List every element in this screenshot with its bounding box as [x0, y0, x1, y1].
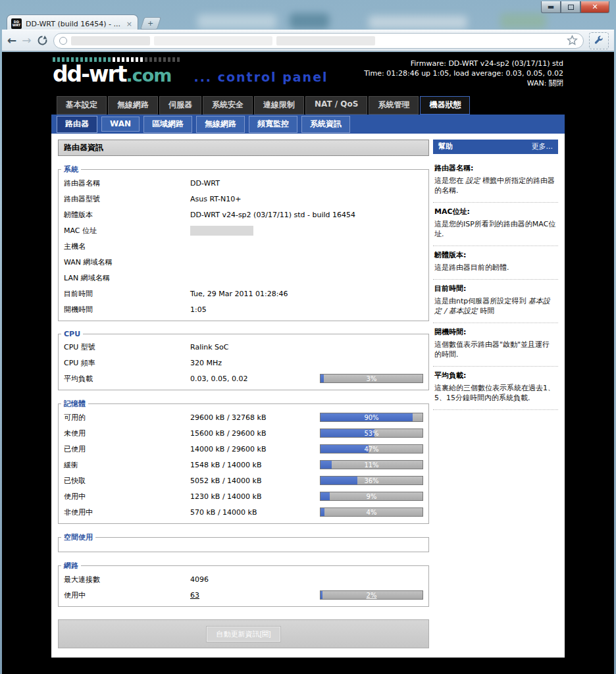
main-tab-NAT / QoS[interactable]: NAT / QoS	[305, 96, 367, 115]
content-area: 路由器資訊 系統路由器名稱DD-WRT路由器型號Asus RT-N10+韌體版本…	[51, 134, 565, 658]
help-item: 韌體版本:這是路由器目前的韌體.	[433, 246, 558, 280]
row-value: 0.03, 0.05, 0.02	[190, 375, 320, 383]
row-value: DD-WRT v24-sp2 (03/17/11) std - build 16…	[190, 211, 423, 219]
section-系統: 系統路由器名稱DD-WRT路由器型號Asus RT-N10+韌體版本DD-WRT…	[58, 165, 429, 321]
row-label: LAN 網域名稱	[64, 273, 190, 283]
menu-button[interactable]	[589, 32, 609, 49]
help-item: 平均負載:這裏給的三個數位表示系統在過去1、5、15分鐘時間內的系統負載.	[433, 367, 558, 410]
info-row: 非使用中570 kB / 14000 kB4%	[64, 504, 423, 520]
info-row: 可用的29600 kB / 32768 kB90%	[64, 409, 423, 425]
section-記憶體: 記憶體可用的29600 kB / 32768 kB90%未使用15600 kB …	[58, 399, 429, 524]
progress-label: 53%	[321, 429, 423, 437]
info-row: CPU 型號Ralink SoC	[64, 339, 423, 355]
ddwrt-site: dd-wrt .com ... control panel Firmware: …	[51, 56, 565, 658]
info-row: CPU 頻率320 MHz	[64, 355, 423, 371]
url-bar[interactable]	[53, 33, 584, 49]
row-value: 29600 kB / 32768 kB	[190, 413, 320, 422]
row-value: Asus RT-N10+	[190, 195, 423, 203]
progress-label: 90%	[321, 413, 423, 421]
main-tab-無線網路[interactable]: 無線網路	[108, 96, 158, 115]
main-tab-連線限制[interactable]: 連線限制	[254, 96, 304, 115]
info-row: 開機時間1:05	[64, 301, 423, 317]
progress-bar: 3%	[320, 374, 423, 383]
wan-status-line: WAN: 關閉	[364, 78, 563, 88]
section-legend: CPU	[61, 330, 83, 338]
reload-icon[interactable]	[37, 35, 48, 46]
globe-icon	[59, 37, 67, 45]
row-label: 使用中	[64, 492, 190, 502]
browser-tabstrip: DD WRT DD-WRT (build 16454) - ... × +	[0, 3, 616, 30]
tab-close-icon[interactable]: ×	[125, 20, 134, 28]
progress-label: 11%	[321, 461, 423, 469]
help-more-link[interactable]: 更多...	[532, 142, 553, 151]
help-heading: 韌體版本:	[434, 250, 557, 260]
main-tab-系統安全[interactable]: 系統安全	[203, 96, 253, 115]
row-label: 已快取	[64, 476, 190, 486]
main-tab-系統管理[interactable]: 系統管理	[369, 96, 419, 115]
progress-label: 4%	[321, 508, 423, 516]
main-tab-伺服器[interactable]: 伺服器	[159, 96, 201, 115]
forward-button[interactable]: →	[22, 35, 31, 46]
progress-bar: 90%	[320, 413, 423, 422]
help-heading: 目前時間:	[434, 284, 557, 294]
info-row: 目前時間Tue, 29 Mar 2011 01:28:46	[64, 286, 423, 301]
help-text-part: 這是路由器目前的韌體.	[434, 263, 509, 272]
sub-tab-系統資訊[interactable]: 系統資訊	[301, 116, 350, 133]
row-value: 14000 kB / 29600 kB	[190, 445, 320, 454]
info-row: MAC 位址	[64, 222, 423, 238]
browser-window-frame: ▬ ✕ DD WRT DD-WRT (build 16454) - ... × …	[0, 0, 616, 674]
progress-label: 36%	[321, 477, 423, 484]
logo-square	[172, 57, 175, 62]
main-column: 路由器資訊 系統路由器名稱DD-WRT路由器型號Asus RT-N10+韌體版本…	[58, 140, 429, 648]
row-value: Tue, 29 Mar 2011 01:28:46	[190, 290, 423, 298]
help-text-part: 這是您在	[434, 176, 466, 185]
help-heading: MAC位址:	[434, 207, 557, 217]
sub-tab-WAN[interactable]: WAN	[101, 117, 140, 132]
redacted-url-segment	[71, 36, 150, 45]
row-label: MAC 位址	[64, 226, 190, 236]
logo-square	[159, 57, 161, 62]
row-value: DD-WRT	[190, 179, 423, 188]
sub-tab-無線網路[interactable]: 無線網路	[196, 116, 245, 133]
row-label: 可用的	[64, 413, 190, 423]
info-row: 已使用14000 kB / 29600 kB47%	[64, 441, 423, 457]
section-legend: 系統	[61, 165, 81, 174]
sub-tab-頻寬監控[interactable]: 頻寬監控	[249, 116, 297, 133]
help-text: 這是您的ISP所看到的路由器的MAC位址.	[434, 219, 557, 239]
progress-bar: 47%	[320, 444, 423, 454]
logo-square	[136, 57, 138, 62]
site-header: dd-wrt .com ... control panel Firmware: …	[51, 56, 565, 92]
progress-label: 2%	[321, 591, 423, 599]
help-text: 這裏給的三個數位表示系統在過去1、5、15分鐘時間內的系統負載.	[434, 383, 557, 403]
logo-suffix: .com	[126, 65, 171, 86]
progress-bar: 11%	[320, 460, 423, 469]
main-tab-機器狀態[interactable]: 機器狀態	[420, 96, 470, 115]
progress-bar: 36%	[320, 476, 423, 485]
info-row: 路由器名稱DD-WRT	[64, 175, 423, 191]
row-value: 5052 kB / 14000 kB	[190, 477, 320, 485]
help-item: 開機時間:這個數值表示路由器"啟動"並且運行的時間.	[433, 323, 558, 367]
row-label: 韌體版本	[64, 210, 190, 220]
logo-tagline: ... control panel	[193, 70, 328, 84]
empty-section-space	[64, 543, 423, 548]
sub-tab-區域網路[interactable]: 區域網路	[143, 116, 192, 133]
row-label: WAN 網域名稱	[64, 257, 190, 267]
row-value-link[interactable]: 63	[190, 591, 199, 600]
main-tab-基本設定[interactable]: 基本設定	[57, 96, 107, 115]
bookmark-star-icon[interactable]	[567, 35, 578, 46]
row-label: 平均負載	[64, 374, 190, 384]
progress-label: 9%	[321, 492, 423, 500]
help-title: 幫助	[438, 142, 453, 151]
row-value: 63	[190, 591, 320, 600]
progress-bar: 2%	[320, 590, 423, 600]
help-text-part: 這個數值表示路由器"啟動"並且運行的時間.	[434, 340, 550, 359]
sub-tab-路由器[interactable]: 路由器	[57, 116, 97, 133]
logo-square	[163, 57, 166, 62]
section-legend: 記憶體	[61, 399, 88, 409]
help-text: 這是您在 設定 標籤中所指定的路由器的名稱.	[434, 176, 557, 195]
auto-refresh-button[interactable]: 自動更新資訊[開]	[206, 626, 280, 642]
new-tab-button[interactable]: +	[140, 17, 161, 30]
help-text: 這是路由器目前的韌體.	[434, 263, 557, 272]
back-button[interactable]: ←	[7, 35, 16, 46]
logo-square	[149, 57, 152, 62]
